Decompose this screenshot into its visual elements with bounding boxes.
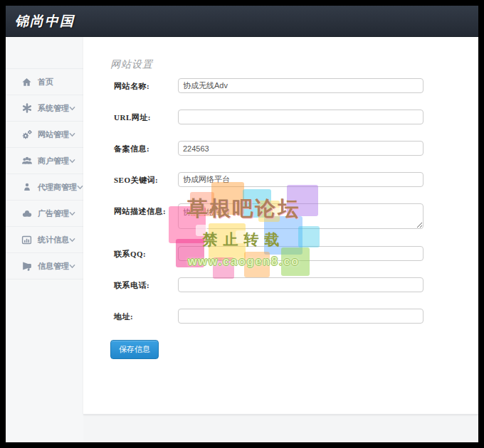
chevron-down-icon bbox=[69, 263, 75, 270]
field-label: SEO关键词: bbox=[110, 172, 178, 186]
site-description-textarea[interactable]: 协成网络平台 bbox=[178, 203, 424, 229]
chevron-down-icon bbox=[69, 237, 75, 243]
cloud-icon bbox=[21, 208, 33, 219]
field-label: 地址: bbox=[110, 309, 178, 322]
site-name-input[interactable] bbox=[178, 78, 424, 93]
brand-logo: 锦尚中国 bbox=[15, 12, 75, 31]
field-label: 联系QQ: bbox=[110, 246, 178, 260]
sidebar-item-label: 网站管理 bbox=[38, 129, 69, 140]
field-label: 网站描述信息: bbox=[110, 203, 178, 217]
field-row-qq: 联系QQ: bbox=[110, 246, 478, 261]
sidebar-item-label: 商户管理 bbox=[38, 156, 69, 166]
contact-qq-input[interactable] bbox=[178, 246, 424, 261]
admin-page: 锦尚中国 首页 系统管理 网站管理 bbox=[6, 6, 478, 442]
sidebar-item-website[interactable]: 网站管理 bbox=[6, 122, 83, 148]
chevron-down-icon bbox=[69, 105, 75, 112]
chevron-down-icon bbox=[69, 132, 75, 138]
field-row-site-name: 网站名称: bbox=[110, 78, 478, 93]
url-input[interactable] bbox=[178, 110, 424, 124]
content-area: 首页 系统管理 网站管理 商户管理 bbox=[6, 37, 478, 442]
address-input[interactable] bbox=[178, 309, 424, 324]
megaphone-icon bbox=[21, 260, 33, 272]
sidebar: 首页 系统管理 网站管理 商户管理 bbox=[6, 37, 83, 442]
contact-phone-input[interactable] bbox=[178, 277, 424, 292]
field-label: 联系电话: bbox=[110, 277, 178, 291]
sidebar-item-label: 系统管理 bbox=[38, 103, 69, 114]
sidebar-item-info[interactable]: 信息管理 bbox=[6, 253, 83, 279]
sidebar-item-label: 统计信息 bbox=[38, 235, 69, 245]
chevron-down-icon bbox=[69, 210, 75, 217]
sidebar-item-stats[interactable]: 统计信息 bbox=[6, 227, 83, 253]
field-label: 网站名称: bbox=[110, 78, 178, 92]
sidebar-menu: 首页 系统管理 网站管理 商户管理 bbox=[6, 68, 83, 279]
icp-input[interactable] bbox=[178, 141, 424, 156]
chevron-down-icon bbox=[69, 158, 75, 164]
field-row-url: URL网址: bbox=[110, 110, 478, 124]
sidebar-item-agent[interactable]: 代理商管理 bbox=[6, 174, 83, 201]
sidebar-item-system[interactable]: 系统管理 bbox=[6, 95, 83, 122]
home-icon bbox=[21, 76, 33, 87]
sidebar-item-ads[interactable]: 广告管理 bbox=[6, 201, 83, 227]
field-row-seo: SEO关键词: bbox=[110, 172, 478, 187]
field-row-icp: 备案信息: bbox=[110, 141, 478, 156]
field-row-description: 网站描述信息: 协成网络平台 bbox=[110, 203, 478, 229]
settings-panel: 网站设置 网站名称: URL网址: 备案信息: SEO关键词: 网站描述信息: … bbox=[83, 37, 478, 415]
users-icon bbox=[21, 155, 33, 166]
field-label: 备案信息: bbox=[110, 141, 178, 154]
seo-keywords-input[interactable] bbox=[178, 172, 424, 187]
sidebar-item-label: 广告管理 bbox=[38, 208, 69, 219]
page-title: 网站设置 bbox=[110, 58, 478, 71]
sidebar-item-home[interactable]: 首页 bbox=[6, 69, 83, 95]
top-header: 锦尚中国 bbox=[6, 6, 478, 37]
field-row-phone: 联系电话: bbox=[110, 277, 478, 292]
asterisk-icon bbox=[21, 102, 33, 114]
bar-chart-icon bbox=[21, 234, 33, 245]
chevron-down-icon bbox=[77, 184, 83, 191]
person-icon bbox=[21, 181, 33, 193]
field-label: URL网址: bbox=[110, 110, 178, 123]
save-button[interactable]: 保存信息 bbox=[110, 340, 159, 359]
gears-icon bbox=[21, 129, 33, 140]
sidebar-item-label: 代理商管理 bbox=[38, 182, 77, 193]
sidebar-item-label: 首页 bbox=[38, 77, 53, 87]
sidebar-item-merchant[interactable]: 商户管理 bbox=[6, 148, 83, 174]
field-row-address: 地址: bbox=[110, 309, 478, 324]
sidebar-item-label: 信息管理 bbox=[38, 261, 69, 272]
